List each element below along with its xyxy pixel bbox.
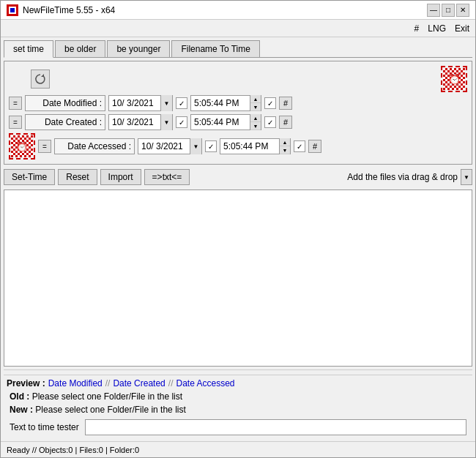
time-accessed-input[interactable] bbox=[220, 139, 279, 154]
tab-be-older[interactable]: be older bbox=[55, 40, 105, 57]
time-accessed-spin: ▲ ▼ bbox=[279, 138, 290, 154]
date-created-check2[interactable] bbox=[264, 116, 276, 128]
date-modified-row: = Date Modified : ▼ ▲ ▼ bbox=[9, 95, 467, 111]
preview-new-label: New : bbox=[10, 405, 33, 415]
time-created-spin-up[interactable]: ▲ bbox=[250, 114, 261, 122]
preview-new-value: Please select one Folder/File in the lis… bbox=[35, 405, 185, 415]
preview-label: Preview : bbox=[7, 378, 45, 388]
toolbar-left: Set-Time Reset Import =>txt<= bbox=[4, 169, 190, 185]
time-modified-wrap: ▲ ▼ bbox=[190, 95, 261, 111]
drag-drop-label: Add the files via drag & drop bbox=[347, 172, 458, 182]
window-title: NewFileTime 5.55 - x64 bbox=[23, 5, 115, 15]
preview-old-value: Please select one Folder/File in the lis… bbox=[32, 391, 182, 402]
top-right-icon: ⏰ bbox=[441, 66, 467, 92]
date-created-hash[interactable]: # bbox=[279, 116, 292, 129]
date-modified-input[interactable] bbox=[109, 96, 160, 110]
eq-btn-modified[interactable]: = bbox=[9, 97, 22, 110]
app-icon bbox=[7, 4, 18, 16]
date-modified-check2[interactable] bbox=[264, 97, 276, 109]
maximize-button[interactable]: □ bbox=[442, 4, 455, 17]
content-area: set time be older be younger Filename To… bbox=[1, 37, 475, 441]
time-created-spin-down[interactable]: ▼ bbox=[250, 122, 261, 130]
preview-separator bbox=[4, 375, 472, 375]
set-time-panel: ⏰ = Date Modified : ▼ bbox=[4, 61, 472, 165]
panel-inner: ⏰ = Date Modified : ▼ bbox=[9, 66, 467, 159]
time-modified-spin-up[interactable]: ▲ bbox=[250, 95, 261, 103]
main-window: NewFileTime 5.55 - x64 — □ ✕ # LNG Exit … bbox=[0, 0, 476, 458]
svg-rect-2 bbox=[10, 8, 15, 12]
date-accessed-check2[interactable] bbox=[294, 140, 305, 152]
date-accessed-input[interactable] bbox=[138, 139, 190, 154]
time-created-spin: ▲ ▼ bbox=[250, 114, 261, 130]
svg-marker-3 bbox=[41, 74, 44, 77]
preview-section: Preview : Date Modified // Date Created … bbox=[4, 369, 472, 438]
drag-drop-arrow[interactable]: ▼ bbox=[461, 169, 472, 185]
preview-header: Preview : Date Modified // Date Created … bbox=[4, 377, 472, 390]
menu-bar: # LNG Exit bbox=[1, 20, 475, 37]
tab-set-time[interactable]: set time bbox=[4, 40, 53, 58]
preview-date-modified[interactable]: Date Modified bbox=[48, 378, 103, 388]
preview-new-row: New : Please select one Folder/File in t… bbox=[4, 403, 472, 416]
eq-btn-accessed[interactable]: = bbox=[38, 140, 51, 153]
date-accessed-dropdown[interactable]: ▼ bbox=[190, 138, 201, 154]
time-modified-input[interactable] bbox=[191, 96, 250, 110]
date-created-label: Date Created : bbox=[25, 114, 105, 130]
menu-lng[interactable]: LNG bbox=[428, 23, 446, 34]
preview-old-row: Old : Please select one Folder/File in t… bbox=[4, 390, 472, 403]
date-created-input[interactable] bbox=[109, 115, 160, 129]
status-bar: Ready // Objects:0 | Files:0 | Folder:0 bbox=[1, 441, 475, 457]
date-created-input-wrap: ▼ bbox=[108, 114, 173, 130]
time-created-input[interactable] bbox=[191, 115, 250, 129]
refresh-row bbox=[9, 70, 50, 89]
date-accessed-hash[interactable]: # bbox=[308, 140, 321, 153]
date-modified-input-wrap: ▼ bbox=[108, 95, 173, 111]
time-created-wrap: ▲ ▼ bbox=[190, 114, 261, 130]
status-text: Ready // Objects:0 | Files:0 | Folder:0 bbox=[7, 446, 139, 454]
tab-be-younger[interactable]: be younger bbox=[107, 40, 170, 57]
convert-button[interactable]: =>txt<= bbox=[144, 169, 190, 185]
set-time-button[interactable]: Set-Time bbox=[4, 169, 55, 185]
time-accessed-spin-up[interactable]: ▲ bbox=[280, 138, 290, 146]
file-list-area[interactable] bbox=[4, 189, 472, 367]
bottom-left-icon: ⏰ bbox=[9, 133, 35, 159]
refresh-button[interactable] bbox=[31, 70, 50, 89]
preview-sep1: // bbox=[105, 378, 111, 388]
tab-row: set time be older be younger Filename To… bbox=[4, 40, 472, 58]
time-modified-spin: ▲ ▼ bbox=[250, 95, 261, 111]
date-accessed-check1[interactable] bbox=[205, 140, 217, 152]
title-bar: NewFileTime 5.55 - x64 — □ ✕ bbox=[1, 1, 475, 20]
text-tester-row: Text to time tester bbox=[4, 416, 472, 438]
text-tester-label: Text to time tester bbox=[10, 422, 79, 432]
preview-sep2: // bbox=[168, 378, 174, 388]
text-tester-input[interactable] bbox=[85, 419, 466, 435]
date-accessed-row: ⏰ = Date Accessed : ▼ ▲ ▼ bbox=[9, 133, 467, 159]
toolbar-right: Add the files via drag & drop ▼ bbox=[347, 169, 472, 185]
date-created-dropdown[interactable]: ▼ bbox=[160, 114, 172, 130]
date-created-row: = Date Created : ▼ ▲ ▼ bbox=[9, 114, 467, 130]
date-modified-dropdown[interactable]: ▼ bbox=[160, 95, 172, 111]
tab-filename-to-time[interactable]: Filename To Time bbox=[171, 40, 259, 57]
date-accessed-input-wrap: ▼ bbox=[138, 138, 202, 154]
time-accessed-spin-down[interactable]: ▼ bbox=[280, 146, 290, 154]
minimize-button[interactable]: — bbox=[427, 4, 440, 17]
title-bar-left: NewFileTime 5.55 - x64 bbox=[7, 4, 115, 16]
time-accessed-wrap: ▲ ▼ bbox=[220, 138, 291, 154]
preview-old-label: Old : bbox=[10, 391, 29, 402]
tabs-container: set time be older be younger Filename To… bbox=[4, 40, 472, 58]
menu-hash[interactable]: # bbox=[414, 23, 420, 34]
date-accessed-label: Date Accessed : bbox=[54, 138, 135, 154]
close-button[interactable]: ✕ bbox=[456, 4, 469, 17]
reset-button[interactable]: Reset bbox=[58, 169, 97, 185]
date-modified-hash[interactable]: # bbox=[279, 97, 292, 110]
menu-exit[interactable]: Exit bbox=[455, 23, 469, 34]
preview-date-created[interactable]: Date Created bbox=[113, 378, 165, 388]
eq-btn-created[interactable]: = bbox=[9, 116, 22, 129]
date-modified-label: Date Modified : bbox=[25, 95, 105, 111]
toolbar-row: Set-Time Reset Import =>txt<= Add the fi… bbox=[4, 168, 472, 187]
date-created-check1[interactable] bbox=[176, 116, 187, 128]
window-controls: — □ ✕ bbox=[427, 4, 469, 17]
import-button[interactable]: Import bbox=[100, 169, 141, 185]
preview-date-accessed[interactable]: Date Accessed bbox=[176, 378, 234, 388]
time-modified-spin-down[interactable]: ▼ bbox=[250, 103, 261, 111]
date-modified-check1[interactable] bbox=[176, 97, 187, 109]
